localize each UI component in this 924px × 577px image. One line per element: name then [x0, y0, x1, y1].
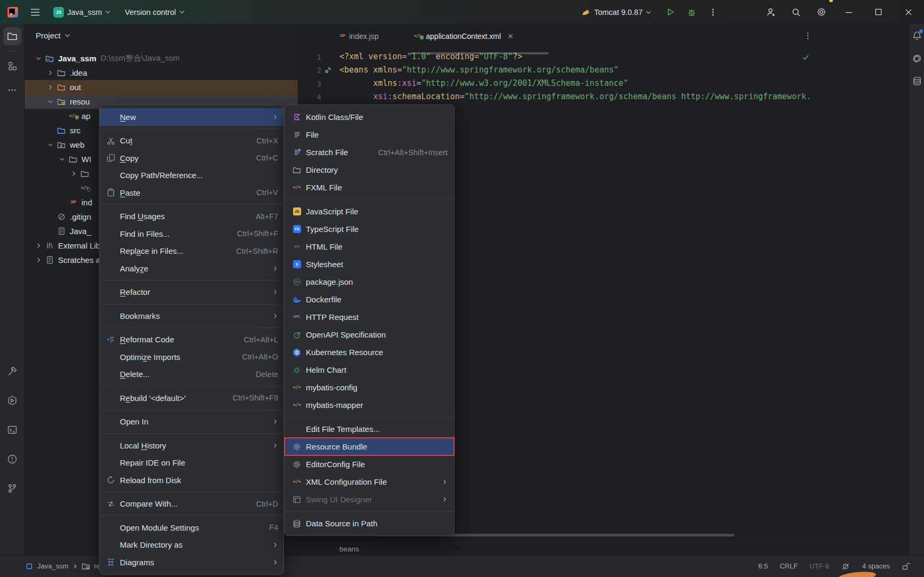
menu-item-rebuild-default[interactable]: Rebuild '<default>' Ctrl+Shift+F9 — [100, 389, 283, 407]
run-configuration-widget[interactable]: Tomcat 9.0.87 — [566, 7, 651, 17]
menu-item-resource-bundle[interactable]: Resource Bundle — [285, 438, 454, 455]
git-tool-button[interactable] — [3, 479, 21, 498]
window-close-button[interactable] — [898, 0, 919, 24]
menu-item-package-json[interactable]: js package.json — [285, 273, 454, 291]
ai-assistant-icon[interactable] — [912, 53, 922, 64]
code-editor[interactable]: 1 <?xml version="1.0" encoding="UTF-8"?>… — [299, 50, 909, 103]
menu-item-directory[interactable]: Directory — [285, 161, 454, 179]
line-separator[interactable]: CRLF — [780, 562, 798, 570]
tab-index-jsp[interactable]: JSP index.jsp — [333, 24, 394, 48]
notifications-bell-icon[interactable] — [912, 30, 922, 41]
menu-item-edit-file-templates[interactable]: Edit File Templates... — [285, 420, 454, 438]
menu-item-find-usages[interactable]: Find Usages Alt+F7 — [100, 208, 283, 226]
menu-item-reload-from-disk[interactable]: Reload from Disk — [100, 471, 283, 489]
window-minimize-button[interactable] — [838, 0, 860, 24]
menu-item-replace-in-files[interactable]: Replace in Files... Ctrl+Shift+R — [100, 243, 283, 260]
tree-item-java-ssm[interactable]: Java_ssm D:\ssm整合\Java_ssm — [25, 51, 298, 66]
menu-item-scratch-file[interactable]: Scratch File Ctrl+Alt+Shift+Insert — [285, 143, 454, 161]
structure-tool-button[interactable] — [3, 57, 21, 75]
menu-item-reformat-code[interactable]: Reformat Code Ctrl+Alt+L — [100, 331, 283, 349]
chevron-right-icon[interactable] — [33, 257, 44, 263]
menu-item-file[interactable]: File — [285, 126, 454, 143]
project-tool-button[interactable] — [3, 27, 21, 45]
menu-item-editorconfig-file[interactable]: EditorConfig File — [285, 455, 454, 473]
menu-item-mark-directory-as[interactable]: Mark Directory as — [100, 536, 283, 554]
menu-item-mybatis-mapper[interactable]: </> mybatis-mapper — [285, 396, 454, 414]
problems-tool-button[interactable] — [3, 450, 21, 468]
menu-item-http-request[interactable]: API HTTP Request — [285, 308, 454, 326]
menu-item-fxml-file[interactable]: </> FXML File — [285, 179, 454, 196]
menu-item-optimize-imports[interactable]: Optimize Imports Ctrl+Alt+O — [100, 348, 283, 366]
chevron-down-icon[interactable] — [33, 55, 44, 61]
tab-close-icon[interactable] — [507, 33, 514, 39]
more-tool-windows-icon[interactable] — [3, 81, 21, 99]
menu-item-repair-ide-on-file[interactable]: Repair IDE on File — [100, 454, 283, 472]
chevron-right-icon[interactable] — [33, 243, 44, 249]
menu-item-typescript-file[interactable]: TS TypeScript File — [285, 220, 454, 238]
menu-item-analyze[interactable]: Analyze — [100, 260, 283, 277]
menu-item-helm-chart[interactable]: Helm Chart — [285, 361, 454, 379]
menu-item-open-in[interactable]: Open In — [100, 413, 283, 431]
status-project-name[interactable]: Java_ssm — [37, 562, 69, 570]
build-tool-button[interactable] — [3, 362, 21, 380]
file-encoding[interactable]: UTF-8 — [809, 562, 829, 570]
run-button[interactable] — [660, 0, 681, 24]
menu-item-swing-ui-designer[interactable]: Swing UI Designer — [285, 491, 454, 508]
menu-item-mybatis-config[interactable]: </> mybatis-config — [285, 379, 454, 396]
menu-item-local-history[interactable]: Local History — [100, 437, 283, 454]
editor-breadcrumbs[interactable]: beans — [299, 542, 909, 555]
code-line-4[interactable]: 4 xsi:schemaLocation="http://www.springf… — [299, 90, 909, 103]
window-maximize-button[interactable] — [868, 0, 889, 24]
services-tool-button[interactable] — [3, 391, 21, 410]
tree-item-idea[interactable]: .idea — [25, 66, 298, 80]
menu-item-copy-path-reference[interactable]: Copy Path/Reference... — [100, 167, 283, 185]
code-line-3[interactable]: 3 xmlns:xsi="http://www.w3.org/2001/XMLS… — [299, 77, 909, 90]
code-with-me-button[interactable] — [760, 0, 782, 24]
menu-item-refactor[interactable]: Refactor — [100, 284, 283, 301]
unlock-icon[interactable] — [902, 562, 910, 571]
tree-item-out[interactable]: out — [25, 80, 298, 94]
menu-item-kubernetes-resource[interactable]: Kubernetes Resource — [285, 343, 454, 361]
code-line-2[interactable]: 2 <beans xmlns="http://www.springframewo… — [299, 63, 909, 77]
code-line-1[interactable]: 1 <?xml version="1.0" encoding="UTF-8"?> — [299, 50, 909, 63]
indent-setting[interactable]: 4 spaces — [862, 562, 890, 570]
chevron-right-icon[interactable] — [45, 70, 56, 76]
menu-item-open-module-settings[interactable]: Open Module Settings F4 — [100, 519, 283, 536]
chevron-right-icon[interactable] — [45, 84, 56, 90]
menu-item-data-source-in-path[interactable]: Data Source in Path — [285, 515, 454, 532]
caret-position[interactable]: 6:5 — [758, 562, 768, 570]
menu-item-kotlin-class-file[interactable]: Kotlin Class/File — [285, 108, 454, 126]
project-widget[interactable]: JS Java_ssm — [53, 7, 111, 18]
hamburger-menu-icon[interactable] — [25, 0, 46, 24]
menu-item-copy[interactable]: Copy Ctrl+C — [100, 149, 283, 167]
status-breadcrumb[interactable]: Java_ssm res — [0, 562, 104, 571]
menu-item-new[interactable]: New — [100, 108, 283, 126]
breadcrumb-beans[interactable]: beans — [339, 545, 359, 553]
more-actions-icon[interactable] — [702, 0, 724, 24]
menu-item-diagrams[interactable]: Diagrams — [100, 554, 283, 571]
menu-item-compare-with[interactable]: Compare With... Ctrl+D — [100, 495, 283, 513]
search-everywhere-icon[interactable] — [785, 0, 807, 24]
chevron-down-icon[interactable] — [45, 99, 56, 105]
tab-applicationcontext-xml[interactable]: </> applicationContext.xml — [408, 24, 521, 48]
menu-item-delete[interactable]: Delete... Delete — [100, 366, 283, 383]
chevron-right-icon[interactable] — [68, 171, 79, 177]
highlighting-level-icon[interactable] — [841, 562, 850, 571]
menu-item-find-in-files[interactable]: Find in Files... Ctrl+Shift+F — [100, 225, 283, 243]
menu-item-javascript-file[interactable]: JS JavaScript File — [285, 203, 454, 220]
menu-item-openapi-specification[interactable]: OpenAPI Specification — [285, 326, 454, 343]
menu-item-cut[interactable]: Cut Ctrl+X — [100, 132, 283, 150]
chevron-down-icon[interactable] — [45, 142, 56, 148]
database-tool-icon[interactable] — [912, 76, 922, 86]
vcs-widget[interactable]: Version control — [125, 8, 185, 17]
chevron-down-icon[interactable] — [56, 156, 68, 162]
debug-button[interactable] — [681, 0, 702, 24]
menu-item-bookmarks[interactable]: Bookmarks — [100, 307, 283, 325]
menu-item-dockerfile[interactable]: Dockerfile — [285, 291, 454, 308]
menu-item-html-file[interactable]: <> HTML File — [285, 238, 454, 255]
project-panel-header[interactable]: Project — [25, 24, 298, 46]
tab-options-icon[interactable] — [804, 31, 812, 40]
settings-gear-icon[interactable] — [810, 0, 832, 24]
spring-bean-icon[interactable] — [325, 67, 331, 74]
menu-item-xml-configuration-file[interactable]: </> XML Configuration File — [285, 473, 454, 491]
